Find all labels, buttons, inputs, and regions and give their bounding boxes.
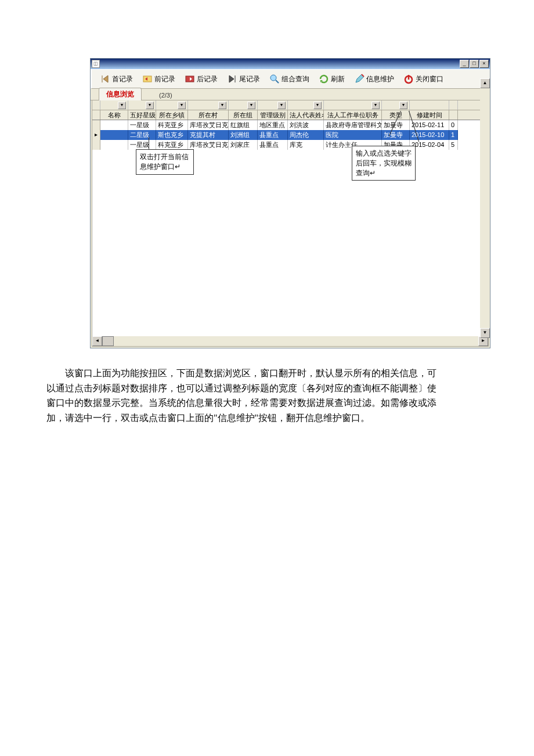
cell[interactable]: 二星级 — [128, 130, 156, 140]
filter-group[interactable]: ▼ — [229, 100, 258, 110]
cell[interactable]: 库克 — [288, 140, 324, 150]
description-text: 该窗口上面为功能按扭区，下面是数据浏览区，窗口翻开时，默认显示所有的相关信息，可… — [46, 366, 441, 425]
col-level[interactable]: 管理级别 — [258, 110, 288, 120]
filter-star[interactable]: ▼ — [128, 100, 156, 110]
filter-village[interactable]: ▼ — [188, 100, 229, 110]
toolbar: 首记录 前记录 后记录 尾记录 组合查询 刷新 信息维护 关闭窗口 — [91, 69, 490, 89]
cell[interactable]: 刘洪波 — [288, 120, 324, 130]
maintain-button[interactable]: 信息维护 — [349, 73, 399, 85]
chevron-down-icon[interactable]: ▼ — [313, 102, 322, 109]
close-window-button[interactable]: 关闭窗口 — [399, 73, 448, 85]
chevron-down-icon[interactable]: ▼ — [399, 102, 407, 109]
cell[interactable] — [100, 130, 128, 140]
col-star[interactable]: 五好星级 — [128, 110, 156, 120]
main-window: ◫ _ □ × 首记录 前记录 后记录 尾记录 组合查询 刷新 — [90, 58, 490, 348]
filter-name[interactable]: ▼ — [100, 100, 128, 110]
cell[interactable]: 5 — [449, 140, 458, 150]
col-type[interactable]: 类型 — [382, 110, 410, 120]
next-icon — [185, 74, 195, 84]
scroll-down-button[interactable]: ▼ — [480, 328, 490, 338]
col-village[interactable]: 所在村 — [188, 110, 229, 120]
chevron-down-icon[interactable]: ▼ — [218, 102, 226, 109]
maximize-button[interactable]: □ — [470, 60, 479, 68]
power-icon — [403, 74, 414, 84]
next-record-button[interactable]: 后记录 — [180, 73, 222, 85]
filter-job[interactable]: ▼ — [324, 100, 382, 110]
window-controls: _ □ × — [460, 60, 489, 68]
cell[interactable]: 科克亚乡 — [156, 140, 188, 150]
col-legal-name[interactable]: 法人代表姓名 — [288, 110, 324, 120]
cell[interactable]: 刘洲组 — [229, 130, 258, 140]
scroll-left-button[interactable]: ◄ — [92, 336, 102, 346]
search-icon — [269, 74, 280, 84]
close-label: 关闭窗口 — [416, 74, 443, 84]
col-indicator — [92, 110, 100, 120]
scroll-up-button[interactable]: ▲ — [480, 78, 490, 88]
cell[interactable]: 地区重点 — [258, 120, 288, 130]
last-record-button[interactable]: 尾记录 — [222, 73, 265, 85]
cell[interactable]: 库塔孜艾日克 — [188, 140, 229, 150]
cell[interactable]: 县重点 — [258, 140, 288, 150]
cell[interactable]: 刘家庄 — [229, 140, 258, 150]
combo-query-button[interactable]: 组合查询 — [265, 73, 314, 85]
cell[interactable]: 科克亚乡 — [156, 120, 188, 130]
table-row[interactable]: 一星级科克亚乡库塔孜艾日克红旗组地区重点刘洪波县政府寺庙管理科文加曼寺2015-… — [92, 120, 488, 130]
chevron-down-icon[interactable]: ▼ — [146, 102, 154, 109]
prev-label: 前记录 — [154, 74, 175, 84]
filter-type[interactable]: ▼ — [382, 100, 410, 110]
col-name[interactable]: 名称 — [100, 110, 128, 120]
chevron-down-icon[interactable]: ▼ — [178, 102, 186, 109]
cell[interactable]: 克提其村 — [188, 130, 229, 140]
chevron-down-icon[interactable]: ▼ — [118, 102, 126, 109]
cell[interactable] — [100, 140, 128, 150]
col-date[interactable]: 修建时间 — [410, 110, 449, 120]
cell[interactable]: 斯也克乡 — [156, 130, 188, 140]
table-row[interactable]: ▸二星级斯也克乡克提其村刘洲组县重点周杰伦医院加曼寺2015-02-101 — [92, 130, 488, 140]
cell[interactable]: 1 — [449, 130, 458, 140]
cell[interactable]: 2015-02-11 — [410, 120, 449, 130]
titlebar[interactable]: ◫ _ □ × — [91, 59, 490, 69]
row-indicator — [92, 120, 100, 130]
filter-date[interactable] — [410, 100, 449, 110]
cell[interactable]: 红旗组 — [229, 120, 258, 130]
cell[interactable]: 加曼寺 — [382, 130, 410, 140]
h-scrollbar[interactable]: ◄ ► — [92, 336, 488, 346]
chevron-down-icon[interactable]: ▼ — [371, 102, 380, 109]
v-scrollbar[interactable]: ▲ ▼ — [480, 78, 490, 338]
cell[interactable]: 库塔孜艾日克 — [188, 120, 229, 130]
filter-extra[interactable] — [449, 100, 458, 110]
prev-record-button[interactable]: 前记录 — [138, 73, 180, 85]
chevron-down-icon[interactable]: ▼ — [277, 102, 286, 109]
tabbar: 信息浏览 (2/3) — [91, 89, 490, 100]
cell[interactable]: 一星级 — [128, 140, 156, 150]
cell[interactable]: 县重点 — [258, 130, 288, 140]
cell[interactable] — [100, 120, 128, 130]
cell[interactable]: 0 — [449, 120, 458, 130]
filter-level[interactable]: ▼ — [258, 100, 288, 110]
chevron-down-icon[interactable]: ▼ — [247, 102, 255, 109]
table-row[interactable]: 一星级科克亚乡库塔孜艾日克刘家庄县重点库克计生办主任加曼寺2015-02-045 — [92, 140, 488, 150]
minimize-button[interactable]: _ — [460, 60, 469, 68]
refresh-button[interactable]: 刷新 — [314, 73, 349, 85]
col-extra[interactable] — [449, 110, 458, 120]
close-button[interactable]: × — [479, 60, 489, 68]
callout-dblclick: 双击打开当前信息维护窗口↵ — [136, 149, 194, 175]
cell[interactable]: 一星级 — [128, 120, 156, 130]
cell[interactable]: 周杰伦 — [288, 130, 324, 140]
first-record-button[interactable]: 首记录 — [95, 73, 138, 85]
callout-filter: 输入或点选关键字后回车，实现模糊查询↵ — [352, 146, 416, 181]
tab-info-browse[interactable]: 信息浏览 — [99, 88, 142, 100]
filter-town[interactable]: ▼ — [156, 100, 188, 110]
record-counter: (2/3) — [159, 92, 172, 100]
cell[interactable]: 2015-02-04 — [410, 140, 449, 150]
filter-legal-name[interactable]: ▼ — [288, 100, 324, 110]
prev-icon — [142, 74, 153, 84]
maintain-label: 信息维护 — [366, 74, 394, 84]
col-town[interactable]: 所在乡镇 — [156, 110, 188, 120]
col-group[interactable]: 所在组 — [229, 110, 258, 120]
last-label: 尾记录 — [239, 74, 260, 84]
row-indicator: ▸ — [92, 130, 100, 140]
col-job[interactable]: 法人工作单位职务 — [324, 110, 382, 120]
cell[interactable]: 医院 — [324, 130, 382, 140]
cell[interactable]: 县政府寺庙管理科文 — [324, 120, 382, 130]
